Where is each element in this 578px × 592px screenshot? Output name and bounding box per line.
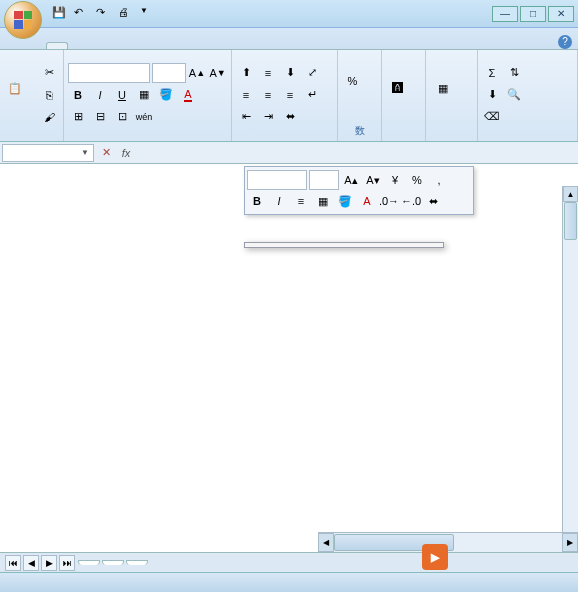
autosum-button[interactable]: Σ [482, 63, 502, 83]
first-sheet-button[interactable]: ⏮ [5, 555, 21, 571]
prev-sheet-button[interactable]: ◀ [23, 555, 39, 571]
group-clipboard-label [4, 137, 59, 139]
mini-italic-button[interactable]: I [269, 191, 289, 211]
context-menu [244, 242, 444, 248]
align-right-button[interactable]: ≡ [280, 85, 300, 105]
border-button[interactable]: ▦ [134, 85, 154, 105]
mini-grow-font[interactable]: A▴ [341, 170, 361, 190]
undo-icon[interactable]: ↶ [74, 6, 90, 22]
mini-accounting-button[interactable]: ¥ [385, 170, 405, 190]
formula-bar: ▼ ✕ fx [0, 142, 578, 164]
vscroll-thumb[interactable] [564, 202, 577, 240]
merge-button[interactable]: ⬌ [280, 107, 300, 127]
tab-review[interactable] [148, 43, 168, 49]
font-color-button[interactable]: A [178, 85, 198, 105]
align-top-button[interactable]: ⬆ [236, 63, 256, 83]
cells-icon: ▦ [438, 82, 462, 106]
sheet-tab[interactable] [78, 560, 100, 565]
last-sheet-button[interactable]: ⏭ [59, 555, 75, 571]
align-left-button[interactable]: ≡ [236, 85, 256, 105]
mini-fill-button[interactable]: 🪣 [335, 191, 355, 211]
cells-button[interactable]: ▦ [430, 52, 470, 137]
scroll-right-button[interactable]: ▶ [562, 533, 578, 552]
horizontal-scrollbar[interactable]: ◀ ▶ [318, 532, 578, 552]
underline-button[interactable]: U [112, 85, 132, 105]
styles-button[interactable]: 🅰 [386, 52, 421, 137]
clear-button[interactable]: ⌫ [482, 107, 502, 127]
mini-font-combo[interactable] [247, 170, 307, 190]
align-center-button[interactable]: ≡ [258, 85, 278, 105]
align-bottom-button[interactable]: ⬇ [280, 63, 300, 83]
close-button[interactable]: ✕ [548, 6, 574, 22]
decrease-indent-button[interactable]: ⇤ [236, 107, 256, 127]
fill-button[interactable]: ⬇ [482, 85, 502, 105]
tab-home[interactable] [46, 42, 68, 49]
mini-bold-button[interactable]: B [247, 191, 267, 211]
font-name-combo[interactable] [68, 63, 150, 83]
wrap-text-button[interactable]: ↵ [302, 85, 322, 105]
tab-formulas[interactable] [108, 43, 128, 49]
cut-button[interactable]: ✂ [39, 63, 59, 83]
qat-dropdown-icon[interactable]: ▼ [140, 6, 156, 22]
paste-button[interactable]: 📋 [4, 52, 35, 137]
next-sheet-button[interactable]: ▶ [41, 555, 57, 571]
copy-button[interactable]: ⎘ [39, 85, 59, 105]
ribbon: 📋 ✂ ⎘ 🖌 A▲ A▼ B I U ▦ 🪣 [0, 50, 578, 142]
font-size-combo[interactable] [152, 63, 186, 83]
group-font-label [68, 137, 227, 139]
save-icon[interactable]: 💾 [52, 6, 68, 22]
sheet-tab[interactable] [102, 560, 124, 565]
scroll-up-button[interactable]: ▲ [563, 186, 578, 202]
tab-data[interactable] [128, 43, 148, 49]
number-format-button[interactable]: % [342, 52, 377, 123]
border-style[interactable]: ⊟ [90, 107, 110, 127]
tab-insert[interactable] [68, 43, 88, 49]
mini-border-button[interactable]: ▦ [313, 191, 333, 211]
group-number-label: 数 [342, 123, 377, 139]
phonetic-button[interactable]: wén [134, 107, 154, 127]
shrink-font-button[interactable]: A▼ [208, 63, 227, 83]
fill-color-button[interactable]: 🪣 [156, 85, 176, 105]
sort-filter-button[interactable]: ⇅ [504, 63, 524, 83]
mini-fontcolor-button[interactable]: A [357, 191, 377, 211]
mini-percent-button[interactable]: % [407, 170, 427, 190]
border-color[interactable]: ⊡ [112, 107, 132, 127]
tab-layout[interactable] [88, 43, 108, 49]
sheet-tab-bar: ⏮ ◀ ▶ ⏭ ◀ ▶ [0, 552, 578, 572]
paste-icon: 📋 [8, 82, 32, 106]
title-bar: 💾 ↶ ↷ 🖨 ▼ — □ ✕ [0, 0, 578, 28]
print-icon[interactable]: 🖨 [118, 6, 134, 22]
italic-button[interactable]: I [90, 85, 110, 105]
redo-icon[interactable]: ↷ [96, 6, 112, 22]
increase-indent-button[interactable]: ⇥ [258, 107, 278, 127]
quick-access-toolbar: 💾 ↶ ↷ 🖨 ▼ [52, 6, 156, 22]
mini-decimal-inc-button[interactable]: .0→ [379, 191, 399, 211]
orientation-button[interactable]: ⤢ [302, 63, 322, 83]
find-button[interactable]: 🔍 [504, 85, 524, 105]
maximize-button[interactable]: □ [520, 6, 546, 22]
mini-toolbar: A▴ A▾ ¥ % , B I ≡ ▦ 🪣 A .0→ ←.0 ⬌ [244, 166, 474, 215]
group-editing-label [482, 137, 573, 139]
align-middle-button[interactable]: ≡ [258, 63, 278, 83]
mini-size-combo[interactable] [309, 170, 339, 190]
mini-merge-button[interactable]: ⬌ [423, 191, 443, 211]
scroll-left-button[interactable]: ◀ [318, 533, 334, 552]
help-icon[interactable]: ? [558, 35, 572, 49]
mini-comma-button[interactable]: , [429, 170, 449, 190]
mini-center-button[interactable]: ≡ [291, 191, 311, 211]
fx-icon[interactable]: fx [116, 147, 136, 159]
styles-icon: 🅰 [392, 82, 416, 106]
name-box[interactable]: ▼ [2, 144, 94, 162]
format-painter-button[interactable]: 🖌 [39, 107, 59, 127]
office-button[interactable] [4, 1, 42, 39]
cancel-icon[interactable]: ✕ [96, 143, 116, 163]
sheet-tab[interactable] [126, 560, 148, 565]
border-menu[interactable]: ⊞ [68, 107, 88, 127]
grow-font-button[interactable]: A▲ [188, 63, 207, 83]
mini-shrink-font[interactable]: A▾ [363, 170, 383, 190]
mini-decimal-dec-button[interactable]: ←.0 [401, 191, 421, 211]
tab-view[interactable] [168, 43, 188, 49]
bold-button[interactable]: B [68, 85, 88, 105]
minimize-button[interactable]: — [492, 6, 518, 22]
vertical-scrollbar[interactable]: ▲ ▼ [562, 186, 578, 552]
